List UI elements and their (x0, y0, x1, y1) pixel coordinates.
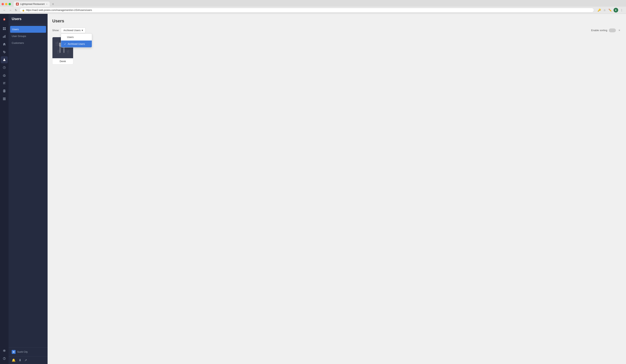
pen-icon[interactable]: ✏️ (608, 8, 612, 12)
svg-rect-16 (3, 91, 5, 92)
dropdown-item-archived-users[interactable]: ✓ Archived Users (61, 40, 92, 47)
sidebar-item-customers[interactable]: Customers (9, 39, 47, 46)
nav-help-icon[interactable] (1, 355, 8, 362)
show-filter: Show: Archived Users ▾ Users ✓ (52, 28, 86, 33)
svg-rect-5 (4, 36, 4, 38)
svg-rect-19 (3, 99, 6, 100)
lock-icon: 🔒 (22, 9, 25, 11)
maximize-traffic-light[interactable] (9, 3, 11, 5)
nav-printer-icon[interactable] (1, 87, 8, 95)
address-bar: ← → ↻ 🔒 https://nae2-web.posios.com/mana… (0, 7, 626, 14)
enable-sorting-control: Enable sorting × (591, 29, 621, 32)
traffic-lights (1, 3, 11, 5)
dropdown-item-users[interactable]: Users (61, 34, 92, 40)
nav-layers-icon[interactable] (1, 72, 8, 79)
icon-nav (0, 14, 9, 364)
tab-favicon (16, 3, 19, 5)
sidebar-nav: Users User Groups Customers (9, 24, 47, 347)
menu-icon[interactable]: ⋮ (620, 8, 624, 12)
svg-point-7 (3, 51, 4, 52)
store-selector[interactable]: M Sushi City (12, 350, 44, 354)
notifications-icon[interactable]: 🔔 (12, 358, 16, 362)
nav-users-icon[interactable] (1, 56, 8, 63)
minimize-traffic-light[interactable] (5, 3, 7, 5)
app-logo[interactable] (1, 16, 8, 23)
close-sorting-button[interactable]: × (617, 29, 621, 32)
back-button[interactable]: ← (2, 8, 7, 12)
svg-rect-1 (4, 27, 6, 29)
nav-home-icon[interactable] (1, 41, 8, 48)
store-name: Sushi City (17, 351, 28, 353)
user-name-derek: Derek (52, 58, 73, 64)
svg-rect-11 (3, 82, 5, 83)
svg-rect-3 (4, 29, 6, 30)
key-icon[interactable]: 🔑 (597, 8, 601, 12)
sidebar-footer: M Sushi City (9, 347, 47, 356)
url-text: https://nae2-web.posios.com/management/e… (26, 9, 92, 11)
selected-checkmark-icon: ✓ (64, 43, 66, 45)
chevron-down-icon: ▾ (82, 29, 83, 32)
svg-rect-13 (3, 84, 4, 84)
nav-dashboard-icon[interactable] (1, 25, 8, 32)
svg-rect-6 (5, 35, 5, 38)
dropdown-item-archived-users-label: Archived Users (68, 42, 85, 45)
store-icon: M (12, 350, 16, 354)
download-user-icon[interactable]: ⬇ (19, 358, 21, 362)
svg-point-8 (4, 59, 5, 60)
tab-title: Lightspread Restaurant (20, 3, 45, 5)
nav-tag-icon[interactable] (1, 48, 8, 56)
filter-value: Archived Users (63, 29, 80, 32)
svg-rect-4 (3, 36, 3, 38)
dropdown-item-users-label: Users (67, 36, 74, 38)
browser-tab[interactable]: Lightspread Restaurant × (14, 1, 50, 7)
main-content: Users Show: Archived Users ▾ Users (47, 14, 626, 364)
toolbar: Show: Archived Users ▾ Users ✓ (52, 28, 621, 33)
sidebar: Users Users User Groups Customers M Sush… (9, 14, 47, 364)
svg-rect-17 (3, 98, 6, 98)
filter-dropdown-menu: Users ✓ Archived Users (61, 33, 92, 48)
tab-bar: Lightspread Restaurant × + (0, 0, 626, 7)
sidebar-item-user-groups[interactable]: User Groups (9, 33, 47, 39)
sidebar-item-users[interactable]: Users (10, 26, 46, 33)
sorting-toggle[interactable] (609, 29, 616, 32)
new-tab-button[interactable]: + (50, 1, 55, 7)
export-user-icon[interactable]: ↗ (24, 358, 27, 362)
browser-chrome: Lightspread Restaurant × + ← → ↻ 🔒 https… (0, 0, 626, 14)
svg-rect-12 (3, 83, 5, 83)
nav-clock-icon[interactable] (1, 64, 8, 71)
svg-rect-18 (3, 99, 6, 99)
user-avatar[interactable]: E (614, 8, 618, 12)
close-traffic-light[interactable] (1, 3, 4, 5)
users-grid: 🍴 🍴 🍴 🍴 🍴 (52, 37, 621, 65)
filter-container: Archived Users ▾ Users ✓ Archived Users (61, 28, 86, 33)
svg-point-21 (4, 359, 4, 360)
app-container: Users Users User Groups Customers M Sush… (0, 14, 626, 364)
sidebar-title: Users (9, 14, 47, 24)
enable-sorting-label: Enable sorting (591, 29, 607, 32)
star-icon[interactable]: ☆ (603, 8, 607, 12)
show-label: Show: (52, 29, 59, 32)
nav-settings-icon[interactable] (1, 347, 8, 354)
url-bar[interactable]: 🔒 https://nae2-web.posios.com/management… (19, 8, 594, 12)
sidebar-bottom-actions: 🔔 ⬇ ↗ (9, 356, 47, 364)
forward-button[interactable]: → (8, 8, 12, 12)
tab-close-button[interactable]: × (46, 3, 47, 5)
svg-rect-0 (3, 27, 4, 29)
nav-reports-icon[interactable] (1, 80, 8, 87)
page-title: Users (52, 19, 621, 24)
filter-dropdown-button[interactable]: Archived Users ▾ (61, 28, 86, 33)
browser-actions: 🔑 ☆ ✏️ E ⋮ (597, 8, 624, 12)
nav-analytics-icon[interactable] (1, 33, 8, 40)
reload-button[interactable]: ↻ (14, 8, 18, 12)
svg-rect-2 (3, 29, 4, 30)
checkmark-placeholder (64, 36, 66, 38)
nav-stack-icon[interactable] (1, 95, 8, 102)
